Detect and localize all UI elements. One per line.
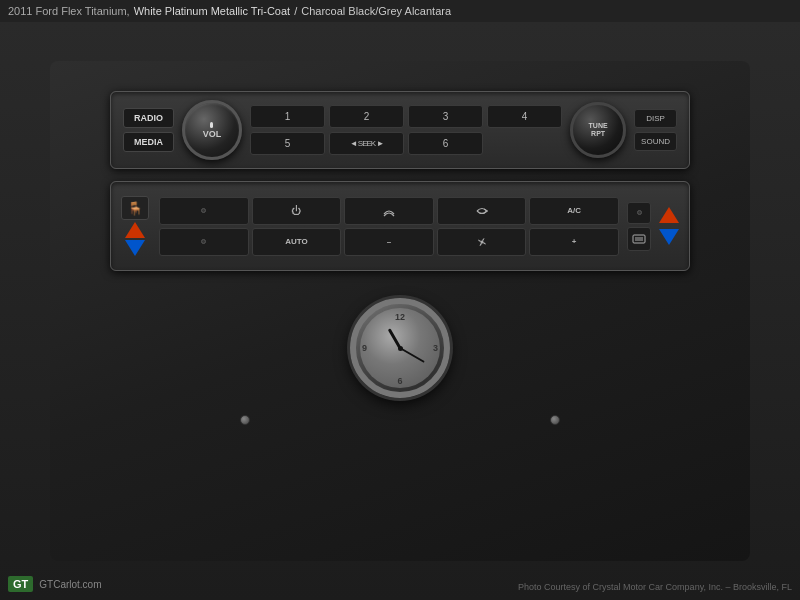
seek-button[interactable]: ◄ SEEK ► <box>329 132 404 155</box>
console-container: RADIO MEDIA VOL 1 2 3 4 5 ◄ SEEK ► 6 <box>50 61 750 561</box>
power-indicator <box>210 122 213 128</box>
rear-defrost-icon <box>632 232 646 246</box>
defrost-front-btn[interactable] <box>344 197 434 225</box>
climate-panel: 🪑 ⏻ <box>110 181 690 271</box>
analog-clock: 12 6 3 9 <box>350 298 450 398</box>
preset-2[interactable]: 2 <box>329 105 404 128</box>
power-icon: ⏻ <box>291 205 301 216</box>
seat-heat-left: 🪑 <box>121 196 149 256</box>
fan-minus-label: – <box>387 237 391 246</box>
separator: / <box>294 5 297 17</box>
clock-3: 3 <box>433 343 438 353</box>
radio-left-buttons: RADIO MEDIA <box>123 108 174 152</box>
photo-area: RADIO MEDIA VOL 1 2 3 4 5 ◄ SEEK ► 6 <box>0 22 800 600</box>
preset-3[interactable]: 3 <box>408 105 483 128</box>
fan-minus-btn[interactable]: – <box>344 228 434 256</box>
tune-knob[interactable]: TUNERPT <box>570 102 626 158</box>
disp-sound-area: DISP SOUND <box>634 109 677 151</box>
radio-button[interactable]: RADIO <box>123 108 174 128</box>
temp-down-left[interactable] <box>125 240 145 256</box>
auto-btn[interactable]: AUTO <box>252 228 342 256</box>
car-model: 2011 Ford Flex Titanium, <box>8 5 130 17</box>
vol-label: VOL <box>203 130 222 139</box>
preset-empty <box>487 132 562 155</box>
power-btn[interactable]: ⏻ <box>252 197 342 225</box>
disp-button[interactable]: DISP <box>634 109 677 128</box>
svg-rect-1 <box>633 235 645 243</box>
auto-label: AUTO <box>285 237 308 246</box>
climate-extra-1[interactable] <box>627 202 651 224</box>
fan-plus-btn[interactable]: + <box>529 228 619 256</box>
console-screws <box>240 415 560 425</box>
seat-heat-right <box>659 207 679 245</box>
preset-6[interactable]: 6 <box>408 132 483 155</box>
temp-up-right[interactable] <box>659 207 679 223</box>
svg-point-0 <box>480 240 483 243</box>
climate-extra-2[interactable] <box>627 227 651 251</box>
radio-panel: RADIO MEDIA VOL 1 2 3 4 5 ◄ SEEK ► 6 <box>110 91 690 169</box>
led-3 <box>637 210 642 215</box>
led-1 <box>201 208 206 213</box>
sound-button[interactable]: SOUND <box>634 132 677 151</box>
preset-area: 1 2 3 4 5 ◄ SEEK ► 6 <box>250 101 562 159</box>
climate-center: ⏻ A/C <box>157 195 621 258</box>
gt-site: GTCarlot.com <box>39 579 101 590</box>
header-bar: 2011 Ford Flex Titanium, White Platinum … <box>0 0 800 22</box>
preset-1[interactable]: 1 <box>250 105 325 128</box>
preset-5[interactable]: 5 <box>250 132 325 155</box>
climate-small-btn-1[interactable] <box>159 197 249 225</box>
screw-left <box>240 415 250 425</box>
recirculate-btn[interactable] <box>437 197 527 225</box>
clock-12: 12 <box>395 312 405 322</box>
clock-inner: 12 6 3 9 <box>360 308 440 388</box>
interior-trim: Charcoal Black/Grey Alcantara <box>301 5 451 17</box>
fan-icon <box>475 235 489 249</box>
screw-right <box>550 415 560 425</box>
tune-area: TUNERPT <box>570 102 626 158</box>
temp-down-right[interactable] <box>659 229 679 245</box>
tune-label: TUNERPT <box>589 122 608 139</box>
ac-label: A/C <box>567 206 581 215</box>
volume-knob[interactable]: VOL <box>182 100 242 160</box>
led-2 <box>201 239 206 244</box>
clock-area: 12 6 3 9 <box>350 298 450 398</box>
recirculate-icon <box>475 204 489 218</box>
temp-up-left[interactable] <box>125 222 145 238</box>
seat-icon-left: 🪑 <box>121 196 149 220</box>
color-trim: White Platinum Metallic Tri-Coat <box>134 5 291 17</box>
climate-small-btn-2[interactable] <box>159 228 249 256</box>
defrost-front-icon <box>382 204 396 218</box>
climate-right-extras <box>627 202 651 251</box>
clock-9: 9 <box>362 343 367 353</box>
photo-credit: Photo Courtesy of Crystal Motor Car Comp… <box>518 582 792 592</box>
fan-speed-btn[interactable] <box>437 228 527 256</box>
ac-btn[interactable]: A/C <box>529 197 619 225</box>
media-button[interactable]: MEDIA <box>123 132 174 152</box>
minute-hand <box>400 347 425 363</box>
clock-center <box>398 346 403 351</box>
clock-6: 6 <box>397 376 402 386</box>
preset-4[interactable]: 4 <box>487 105 562 128</box>
watermark: GT GTCarlot.com <box>8 576 102 592</box>
gt-logo: GT <box>8 576 33 592</box>
fan-plus-label: + <box>572 237 577 246</box>
